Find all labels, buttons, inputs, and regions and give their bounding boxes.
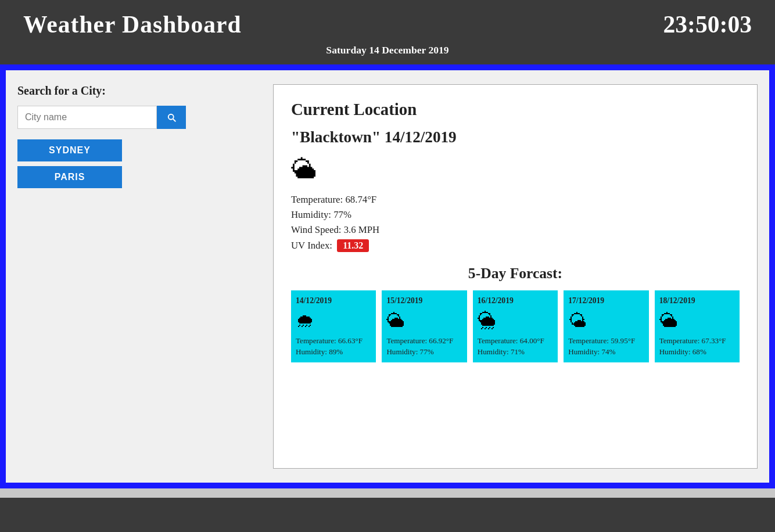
forecast-humidity: Humidity: 89% xyxy=(296,347,371,357)
humidity-display: Humidity: 77% xyxy=(291,209,740,221)
right-panel: Current Location "Blacktown" 14/12/2019 … xyxy=(273,84,758,469)
sydney-button[interactable]: SYDNEY xyxy=(17,139,122,161)
forecast-card: 14/12/2019 🌧 Temperature: 66.63°F Humidi… xyxy=(291,290,376,362)
blue-border: Search for a City: SYDNEY PARIS Current … xyxy=(0,64,775,488)
scrollbar-area[interactable] xyxy=(0,488,775,498)
forecast-row: 14/12/2019 🌧 Temperature: 66.63°F Humidi… xyxy=(291,290,740,362)
header: Weather Dashboard 23:50:03 xyxy=(0,0,775,44)
forecast-title: 5-Day Forcast: xyxy=(291,265,740,282)
forecast-temperature: Temperature: 64.00°F xyxy=(478,336,553,346)
forecast-humidity: Humidity: 74% xyxy=(568,347,644,357)
forecast-icon: 🌥 xyxy=(659,310,735,332)
forecast-card: 16/12/2019 🌦 Temperature: 64.00°F Humidi… xyxy=(473,290,558,362)
forecast-date: 17/12/2019 xyxy=(568,296,644,305)
forecast-humidity: Humidity: 71% xyxy=(478,347,553,357)
forecast-temperature: Temperature: 66.63°F xyxy=(296,336,371,346)
forecast-date: 16/12/2019 xyxy=(478,296,553,305)
page-title: Weather Dashboard xyxy=(23,10,242,38)
search-icon xyxy=(166,112,177,123)
forecast-temperature: Temperature: 59.95°F xyxy=(568,336,644,346)
left-panel: Search for a City: SYDNEY PARIS xyxy=(17,84,261,469)
uv-badge: 11.32 xyxy=(337,239,369,252)
forecast-card: 17/12/2019 🌤 Temperature: 59.95°F Humidi… xyxy=(564,290,648,362)
forecast-date: 15/12/2019 xyxy=(386,296,462,305)
forecast-card: 18/12/2019 🌥 Temperature: 67.33°F Humidi… xyxy=(655,290,740,362)
forecast-icon: 🌦 xyxy=(478,310,553,332)
forecast-humidity: Humidity: 77% xyxy=(386,347,462,357)
paris-button[interactable]: PARIS xyxy=(17,166,122,188)
forecast-temperature: Temperature: 66.92°F xyxy=(386,336,462,346)
search-label: Search for a City: xyxy=(17,84,261,98)
search-input[interactable] xyxy=(17,106,157,129)
uv-label: UV Index: xyxy=(291,240,332,251)
forecast-icon: 🌤 xyxy=(568,310,644,332)
forecast-date: 14/12/2019 xyxy=(296,296,371,305)
date-bar: Saturday 14 December 2019 xyxy=(0,44,775,64)
forecast-temperature: Temperature: 67.33°F xyxy=(659,336,735,346)
forecast-humidity: Humidity: 68% xyxy=(659,347,735,357)
current-date: Saturday 14 December 2019 xyxy=(326,44,449,56)
temperature-display: Temperature: 68.74°F xyxy=(291,194,740,206)
current-weather-icon: 🌥 xyxy=(291,154,740,185)
clock-display: 23:50:03 xyxy=(663,10,752,38)
forecast-icon: 🌥 xyxy=(386,310,462,332)
search-row xyxy=(17,106,261,129)
forecast-icon: 🌧 xyxy=(296,310,371,332)
city-buttons-list: SYDNEY PARIS xyxy=(17,139,261,188)
current-location-title: Current Location xyxy=(291,100,740,119)
weather-info: Temperature: 68.74°F Humidity: 77% Wind … xyxy=(291,194,740,252)
uv-index-display: UV Index: 11.32 xyxy=(291,239,740,252)
city-date-display: "Blacktown" 14/12/2019 xyxy=(291,128,740,146)
search-button[interactable] xyxy=(157,106,186,129)
content-area: Search for a City: SYDNEY PARIS Current … xyxy=(6,70,769,483)
forecast-date: 18/12/2019 xyxy=(659,296,735,305)
wind-speed-display: Wind Speed: 3.6 MPH xyxy=(291,224,740,236)
forecast-card: 15/12/2019 🌥 Temperature: 66.92°F Humidi… xyxy=(382,290,467,362)
